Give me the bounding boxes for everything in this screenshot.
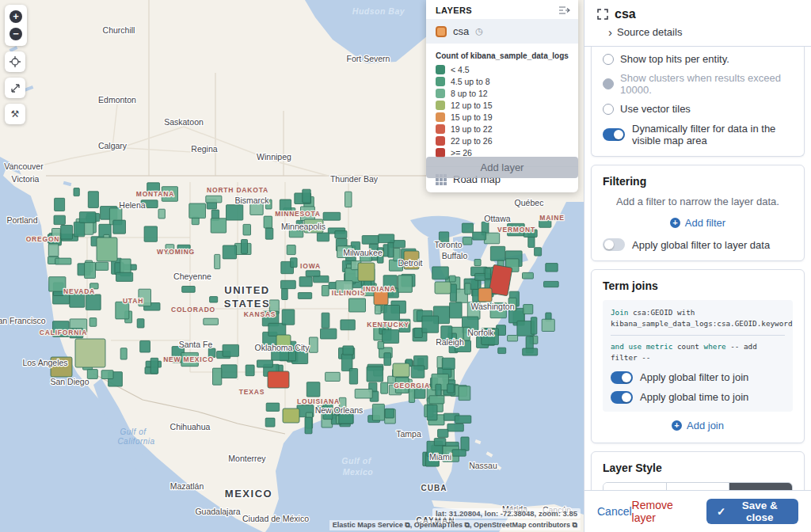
choropleth-polygon-highlight[interactable] — [283, 408, 299, 423]
choropleth-polygon[interactable] — [158, 209, 165, 218]
scaling-radio-option[interactable]: Show clusters when results exceed 10000. — [603, 72, 793, 96]
choropleth-polygon[interactable] — [79, 212, 95, 223]
save-close-button[interactable]: ✓ Save & close — [706, 499, 798, 524]
choropleth-polygon[interactable] — [345, 192, 352, 207]
choropleth-polygon[interactable] — [345, 268, 360, 283]
choropleth-polygon[interactable] — [323, 212, 341, 220]
choropleth-polygon[interactable] — [182, 287, 196, 293]
choropleth-polygon[interactable] — [144, 226, 157, 241]
toggle-switch[interactable] — [611, 371, 633, 384]
choropleth-polygon[interactable] — [459, 386, 470, 401]
choropleth-polygon[interactable] — [287, 245, 295, 255]
choropleth-polygon[interactable] — [314, 276, 329, 282]
choropleth-polygon[interactable] — [490, 246, 504, 260]
choropleth-polygon[interactable] — [349, 298, 366, 312]
choropleth-polygon[interactable] — [455, 416, 470, 424]
choropleth-polygon-highlight[interactable] — [435, 282, 451, 294]
choropleth-polygon[interactable] — [265, 228, 273, 239]
radio-button[interactable] — [603, 54, 614, 65]
set-view-button[interactable] — [5, 51, 25, 72]
zoom-out-button[interactable]: − — [5, 25, 27, 43]
choropleth-polygon[interactable] — [379, 234, 394, 243]
tab-lines[interactable]: Lines — [667, 483, 730, 490]
choropleth-polygon[interactable] — [204, 318, 219, 325]
choropleth-polygon[interactable] — [242, 240, 248, 254]
choropleth-polygon[interactable] — [48, 244, 59, 256]
choropleth-polygon[interactable] — [88, 192, 98, 208]
choropleth-polygon[interactable] — [189, 203, 206, 218]
join-left-field[interactable]: csa:GEOID with — [633, 308, 695, 317]
choropleth-polygon[interactable] — [546, 264, 558, 272]
choropleth-polygon[interactable] — [450, 284, 456, 302]
choropleth-polygon[interactable] — [89, 318, 97, 327]
choropleth-polygon[interactable] — [227, 205, 243, 220]
choropleth-polygon[interactable] — [385, 408, 394, 418]
choropleth-polygon[interactable] — [343, 346, 353, 355]
choropleth-polygon[interactable] — [414, 328, 422, 337]
tab-points[interactable]: Points — [603, 483, 667, 490]
attribution-links[interactable]: Elastic Maps Service ⧉, OpenMapTiles ⧉, … — [329, 520, 581, 530]
metric-value[interactable]: count — [677, 342, 699, 351]
choropleth-polygon[interactable] — [388, 242, 394, 257]
add-join-button[interactable]: + Add join — [603, 420, 793, 431]
choropleth-polygon[interactable] — [299, 277, 312, 287]
choropleth-polygon[interactable] — [223, 245, 236, 259]
choropleth-polygon[interactable] — [213, 368, 222, 385]
choropleth-polygon[interactable] — [322, 286, 329, 296]
choropleth-polygon-highlight[interactable] — [268, 371, 289, 388]
choropleth-polygon[interactable] — [321, 329, 337, 339]
choropleth-polygon[interactable] — [264, 216, 272, 228]
choropleth-polygon[interactable] — [281, 280, 296, 288]
add-filter-button[interactable]: + Add filter — [603, 217, 793, 229]
choropleth-polygon[interactable] — [307, 382, 320, 397]
choropleth-polygon[interactable] — [355, 390, 372, 399]
choropleth-polygon-highlight[interactable] — [75, 339, 105, 367]
choropleth-polygon[interactable] — [101, 370, 113, 379]
choropleth-polygon[interactable] — [309, 337, 318, 352]
source-details-expander[interactable]: › Source details — [608, 26, 798, 38]
choropleth-polygon-highlight[interactable] — [97, 238, 117, 261]
choropleth-polygon-highlight[interactable] — [478, 288, 492, 302]
choropleth-polygon[interactable] — [291, 258, 298, 268]
choropleth-polygon[interactable] — [268, 323, 286, 336]
toggle-switch[interactable] — [603, 128, 625, 141]
choropleth-polygon[interactable] — [462, 223, 473, 233]
choropleth-polygon[interactable] — [257, 360, 273, 367]
choropleth-polygon[interactable] — [474, 260, 481, 266]
global-filter-toggle[interactable]: Apply global filter to layer data — [603, 238, 793, 251]
choropleth-polygon[interactable] — [436, 384, 441, 395]
choropleth-polygon[interactable] — [542, 319, 554, 331]
choropleth-polygon[interactable] — [398, 276, 413, 293]
radio-button[interactable] — [603, 104, 614, 115]
choropleth-polygon[interactable] — [322, 313, 329, 328]
choropleth-polygon[interactable] — [485, 268, 490, 279]
choropleth-polygon[interactable] — [85, 262, 96, 278]
choropleth-polygon[interactable] — [367, 367, 383, 382]
choropleth-polygon[interactable] — [447, 384, 455, 393]
choropleth-polygon[interactable] — [335, 231, 347, 238]
choropleth-polygon[interactable] — [150, 358, 158, 374]
choropleth-polygon-highlight[interactable] — [393, 363, 409, 377]
scaling-radio-option[interactable]: Show top hits per entity. — [603, 53, 793, 65]
choropleth-polygon[interactable] — [508, 336, 518, 342]
choropleth-polygon[interactable] — [422, 316, 439, 332]
choropleth-polygon[interactable] — [523, 348, 538, 355]
zoom-in-button[interactable]: + — [5, 8, 27, 25]
choropleth-polygon[interactable] — [461, 437, 469, 450]
cancel-button[interactable]: Cancel — [597, 505, 632, 518]
choropleth-polygon[interactable] — [243, 224, 251, 235]
choropleth-polygon[interactable] — [54, 215, 65, 224]
choropleth-polygon[interactable] — [326, 372, 341, 381]
choropleth-polygon[interactable] — [211, 218, 226, 233]
choropleth-polygon[interactable] — [535, 248, 542, 256]
choropleth-polygon[interactable] — [74, 188, 79, 196]
choropleth-polygon[interactable] — [544, 281, 559, 287]
choropleth-polygon[interactable] — [384, 353, 391, 366]
choropleth-polygon[interactable] — [498, 348, 506, 353]
choropleth-polygon[interactable] — [210, 297, 218, 302]
choropleth-polygon[interactable] — [282, 289, 288, 300]
choropleth-polygon[interactable] — [473, 232, 486, 240]
layer-row-csa[interactable]: csa ◷ — [426, 19, 578, 44]
choropleth-polygon[interactable] — [375, 306, 381, 314]
choropleth-polygon[interactable] — [523, 272, 534, 279]
